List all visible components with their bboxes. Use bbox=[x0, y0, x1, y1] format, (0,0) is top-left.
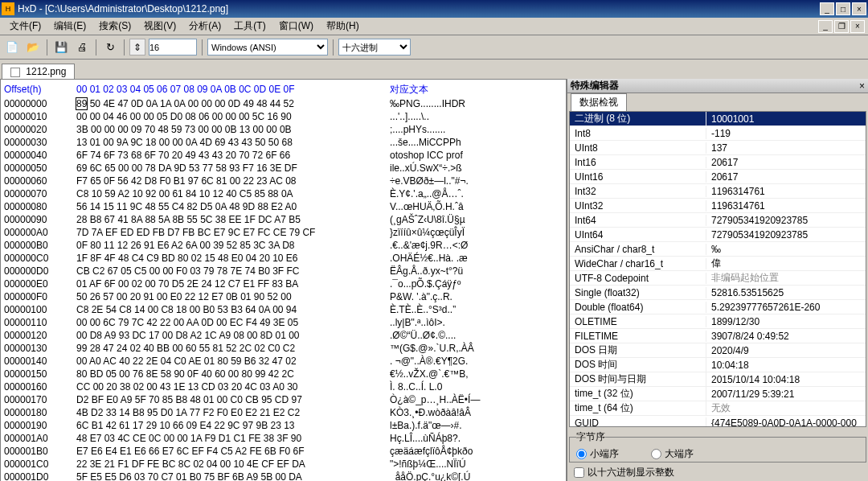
ascii-cell[interactable]: Ì. 8..C..Í. L.0 bbox=[390, 380, 442, 393]
inspector-row[interactable]: 二进制 (8 位)10001001 bbox=[570, 112, 866, 126]
inspector-value[interactable]: 1899/12/30 bbox=[706, 316, 866, 327]
columns-input[interactable] bbox=[149, 39, 197, 56]
hex-row[interactable]: 000000D0CB C2 67 05 C5 00 00 F0 03 79 78… bbox=[4, 265, 566, 278]
ascii-cell[interactable]: .¯o...pÕ.$.Çáÿƒº bbox=[390, 278, 461, 290]
cursor-byte[interactable]: 89 bbox=[76, 98, 87, 109]
hex-row[interactable]: 00000060F7 65 0F 56 42 D8 F0 B1 97 6C 81… bbox=[4, 175, 566, 187]
inspector-value[interactable]: 3907/8/24 0:49:52 bbox=[706, 331, 866, 342]
close-button[interactable]: × bbox=[852, 2, 866, 15]
little-endian-input[interactable] bbox=[576, 449, 587, 459]
hex-row[interactable]: 0000013099 28 47 24 02 40 BB 00 60 55 81… bbox=[4, 342, 566, 355]
hex-bytes[interactable]: CB C2 67 05 C5 00 00 F0 03 79 78 7E 74 B… bbox=[76, 265, 390, 278]
hex-bytes[interactable]: 89 50 4E 47 0D 0A 1A 0A 00 00 00 0D 49 4… bbox=[76, 97, 390, 110]
hex-bytes[interactable]: C8 2E 54 C8 14 00 C8 18 00 B0 53 B3 64 0… bbox=[76, 303, 390, 316]
hex-row[interactable]: 0000000089 50 4E 47 0D 0A 1A 0A 00 00 00… bbox=[4, 97, 566, 110]
hex-bytes[interactable]: 7D 7A EF ED ED FB D7 FB BC E7 9C E7 FC C… bbox=[76, 226, 390, 239]
ascii-cell[interactable]: ...'..].....\.. bbox=[390, 110, 429, 123]
inspector-row[interactable]: FILETIME3907/8/24 0:49:52 bbox=[570, 329, 866, 343]
inspector-row[interactable]: AnsiChar / char8_t‰ bbox=[570, 242, 866, 257]
inspector-row[interactable]: UTF-8 Codepoint非编码起始位置 bbox=[570, 271, 866, 286]
inspector-row[interactable]: UInt64727905341920923785 bbox=[570, 228, 866, 242]
inspector-value[interactable]: 2020/4/9 bbox=[706, 345, 866, 356]
ascii-cell[interactable]: ile..xÚ.SwX“÷.>ß bbox=[390, 162, 462, 175]
ascii-cell[interactable]: ..ly|B".ª..ìôI>. bbox=[390, 316, 445, 329]
inspector-value[interactable]: 10001001 bbox=[706, 113, 866, 125]
hex-bytes[interactable]: 3B 00 00 00 09 70 48 59 73 00 00 0B 13 0… bbox=[76, 123, 390, 136]
menu-view[interactable]: 视图(V) bbox=[137, 19, 182, 33]
inspector-value[interactable]: 137 bbox=[706, 142, 866, 154]
ascii-cell[interactable]: }zïííû×û¼çœçüÎyÏ bbox=[390, 226, 465, 239]
inspector-value[interactable]: 2015/10/14 10:04:18 bbox=[706, 374, 866, 385]
hex-bytes[interactable]: 1F 8F 4F 48 C4 C9 BD 80 02 15 48 E0 04 2… bbox=[76, 252, 390, 265]
menu-edit[interactable]: 编辑(E) bbox=[47, 19, 92, 33]
inspector-tab[interactable]: 数据检视 bbox=[571, 93, 627, 111]
hex-row[interactable]: 000000A07D 7A EF ED ED FB D7 FB BC E7 9C… bbox=[4, 226, 566, 239]
inspector-row[interactable]: time_t (32 位)2007/11/29 5:39:21 bbox=[570, 387, 866, 401]
ascii-cell[interactable]: ‰PNG........IHDR bbox=[390, 97, 465, 110]
hex-bytes[interactable]: 6F 74 6F 73 68 6F 70 20 49 43 43 20 70 7… bbox=[76, 149, 390, 162]
mdi-minimize-button[interactable]: _ bbox=[818, 20, 833, 33]
maximize-button[interactable]: □ bbox=[836, 2, 850, 15]
inspector-value[interactable]: 20617 bbox=[706, 171, 866, 183]
ascii-cell[interactable]: ;....pHYs....... bbox=[390, 123, 445, 136]
inspector-row[interactable]: OLETIME1899/12/30 bbox=[570, 314, 866, 329]
ascii-cell[interactable]: .OHÄÉ½€..Hà. .æ bbox=[390, 252, 468, 265]
inspector-row[interactable]: UInt321196314761 bbox=[570, 199, 866, 213]
menu-help[interactable]: 帮助(H) bbox=[320, 19, 366, 33]
hex-row[interactable]: 000000203B 00 00 00 09 70 48 59 73 00 00… bbox=[4, 123, 566, 136]
ascii-cell[interactable]: ÷e.VBØð±—l.."#¬. bbox=[390, 175, 469, 187]
inspector-row[interactable]: GUID{474E5089-0A0D-0A1A-0000-000 bbox=[570, 416, 866, 427]
hex-bytes[interactable]: 00 D8 A9 93 DC 17 00 D8 A2 1C A9 08 00 8… bbox=[76, 329, 390, 342]
hex-row[interactable]: 000001804B D2 33 14 B8 95 D0 1A 77 F2 F0… bbox=[4, 406, 566, 419]
little-endian-radio[interactable]: 小端序 bbox=[576, 447, 619, 461]
ascii-cell[interactable]: È.Y¢.'.a„..@Å…ˆ. bbox=[390, 187, 464, 200]
hex-bytes[interactable]: 01 AF 6F 00 02 00 70 D5 2E 24 12 C7 E1 F… bbox=[76, 278, 390, 290]
inspector-value[interactable]: {474E5089-0A0D-0A1A-0000-000 bbox=[706, 417, 866, 428]
hex-bytes[interactable]: F7 65 0F 56 42 D8 F0 B1 97 6C 81 00 22 2… bbox=[76, 175, 390, 187]
hex-row[interactable]: 000000B00F 80 11 12 26 91 E6 A2 6A 00 39… bbox=[4, 239, 566, 252]
minimize-button[interactable]: _ bbox=[820, 2, 834, 15]
hex-bytes[interactable]: 00 00 04 46 00 00 05 D0 08 06 00 00 00 5… bbox=[76, 110, 390, 123]
inspector-value[interactable]: 2007/11/29 5:39:21 bbox=[706, 388, 866, 400]
ascii-cell[interactable]: ËÂg.Å..ð.yx~t°?ü bbox=[390, 265, 463, 278]
hex-row[interactable]: 0000015080 BD 05 00 76 8E 58 90 0F 40 60… bbox=[4, 368, 566, 380]
inspector-row[interactable]: DOS 日期2020/4/9 bbox=[570, 343, 866, 358]
hex-bytes[interactable]: 0F 80 11 12 26 91 E6 A2 6A 00 39 52 85 3… bbox=[76, 239, 390, 252]
inspector-row[interactable]: Int64727905341920923785 bbox=[570, 213, 866, 228]
hex-bytes[interactable]: 00 00 6C 79 7C 42 22 00 AA 0D 00 EC F4 4… bbox=[76, 316, 390, 329]
hex-row[interactable]: 000000C01F 8F 4F 48 C4 C9 BD 80 02 15 48… bbox=[4, 252, 566, 265]
hex-editor[interactable]: Offset(h) 00 01 02 03 04 05 06 07 08 09 … bbox=[0, 79, 567, 481]
ascii-cell[interactable]: Hç.LÎ....ùÑÁþ8?. bbox=[390, 432, 461, 445]
inspector-row[interactable]: UInt8137 bbox=[570, 141, 866, 155]
ascii-cell[interactable]: ™(G$.@».`U.R,.ÀÂ bbox=[390, 342, 474, 355]
file-tab[interactable]: 1212.png bbox=[2, 64, 75, 79]
hex-row[interactable]: 000001D05F E5 E5 D6 03 70 C7 01 B0 75 BF… bbox=[4, 471, 566, 481]
refresh-icon[interactable]: ↻ bbox=[101, 39, 119, 56]
hex-row[interactable]: 000001C022 3E 21 F1 DF FE BC 8C 02 04 00… bbox=[4, 458, 566, 471]
hex-row[interactable]: 0000003013 01 00 9A 9C 18 00 00 0A 4D 69… bbox=[4, 136, 566, 149]
inspector-value[interactable]: 20617 bbox=[706, 157, 866, 168]
hex-row[interactable]: 0000009028 B8 67 41 8A 88 5A 8B 55 5C 38… bbox=[4, 213, 566, 226]
inspector-row[interactable]: Double (float64)5.29239777657261E-260 bbox=[570, 300, 866, 314]
inspector-row[interactable]: Int1620617 bbox=[570, 155, 866, 170]
menu-window[interactable]: 窗口(W) bbox=[272, 19, 320, 33]
base-select[interactable]: 十六进制 bbox=[338, 39, 411, 56]
ascii-cell[interactable]: .€..&'æ¢j.9R…<:Ø bbox=[390, 239, 468, 252]
hex-row[interactable]: 000000E001 AF 6F 00 02 00 70 D5 2E 24 12… bbox=[4, 278, 566, 290]
inspector-value[interactable]: 1196314761 bbox=[706, 200, 866, 212]
hex-integers-option[interactable]: 以十六进制显示整数 bbox=[567, 462, 868, 481]
encoding-select[interactable]: Windows (ANSI) bbox=[207, 39, 328, 56]
hex-bytes[interactable]: 22 3E 21 F1 DF FE BC 8C 02 04 00 10 4E C… bbox=[76, 458, 390, 471]
inspector-list[interactable]: 二进制 (8 位)10001001Int8-119UInt8137Int1620… bbox=[569, 111, 866, 427]
inspector-value[interactable]: 727905341920923785 bbox=[706, 229, 866, 240]
ascii-cell[interactable]: çæäáæfçlïôÅ¢þkðo bbox=[390, 445, 473, 458]
inspector-value[interactable]: 10:04:18 bbox=[706, 360, 866, 371]
hex-row[interactable]: 0000011000 00 6C 79 7C 42 22 00 AA 0D 00… bbox=[4, 316, 566, 329]
menu-analyze[interactable]: 分析(A) bbox=[182, 19, 227, 33]
save-all-icon[interactable]: 🖨 bbox=[73, 39, 91, 56]
ascii-cell[interactable]: P&W. '.à".ç..R. bbox=[390, 290, 452, 303]
inspector-row[interactable]: DOS 时间与日期2015/10/14 10:04:18 bbox=[570, 372, 866, 387]
hex-row[interactable]: 00000170D2 BF E0 A9 5F 70 85 B8 48 01 00… bbox=[4, 393, 566, 406]
hex-bytes[interactable]: 99 28 47 24 02 40 BB 00 60 55 81 52 2C 0… bbox=[76, 342, 390, 355]
hex-bytes[interactable]: D2 BF E0 A9 5F 70 85 B8 48 01 00 C0 CB 9… bbox=[76, 393, 390, 406]
